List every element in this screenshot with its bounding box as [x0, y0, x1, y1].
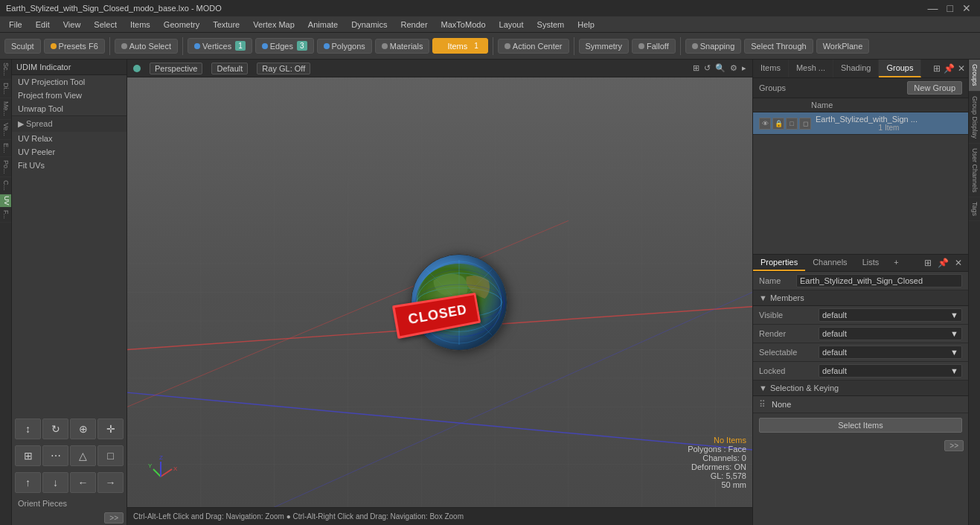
new-group-button[interactable]: New Group [907, 81, 962, 95]
menu-system[interactable]: System [531, 19, 571, 31]
group-extra-btn[interactable]: ◻ [799, 118, 811, 130]
menu-view[interactable]: View [57, 19, 87, 31]
side-label-f[interactable]: F... [0, 207, 11, 223]
icon-arrow-left[interactable]: ← [70, 472, 96, 493]
viewport-icon-zoom[interactable]: 🔍 [715, 63, 726, 73]
expand-button[interactable]: >> [104, 512, 124, 524]
menu-texture[interactable]: Texture [207, 19, 246, 31]
viewport-icon-more[interactable]: ▸ [742, 63, 746, 73]
props-tab-channels[interactable]: Channels [805, 255, 854, 271]
icon-grid[interactable]: ⊞ [15, 445, 41, 466]
side-label-sc[interactable]: Sc... [0, 60, 11, 80]
polygons-button[interactable]: Polygons [317, 39, 372, 54]
group-row[interactable]: 👁 🔒 □ ◻ Earth_Stylized_with_Sign ... 1 I… [753, 112, 968, 135]
vertices-button[interactable]: Vertices 1 [188, 38, 252, 54]
menu-items[interactable]: Items [124, 19, 156, 31]
side-label-me[interactable]: Me... [0, 98, 11, 120]
props-expand-button[interactable]: >> [944, 440, 964, 451]
props-close-icon[interactable]: ✕ [955, 258, 962, 268]
menu-select[interactable]: Select [88, 19, 123, 31]
auto-select-button[interactable]: Auto Select [115, 39, 178, 54]
menu-render[interactable]: Render [395, 19, 434, 31]
materials-button[interactable]: Materials [375, 39, 430, 54]
menu-animate[interactable]: Animate [302, 19, 344, 31]
falloff-button[interactable]: Falloff [632, 39, 676, 54]
select-through-button[interactable]: Select Through [744, 39, 813, 54]
close-btn[interactable]: ✕ [959, 2, 974, 14]
viewport-icon-layout[interactable]: ⊞ [693, 63, 699, 73]
prop-name-input[interactable] [796, 274, 962, 287]
minimize-btn[interactable]: — [925, 2, 941, 14]
icon-move[interactable]: ↕ [15, 419, 41, 439]
viewport-raygl-btn[interactable]: Ray GL: Off [257, 63, 310, 74]
menu-vertexmap[interactable]: Vertex Map [247, 19, 301, 31]
props-tab-add[interactable]: + [886, 255, 906, 271]
snapping-button[interactable]: Snapping [685, 39, 742, 54]
icon-rotate[interactable]: ↻ [42, 419, 68, 439]
right-close-icon[interactable]: ✕ [958, 63, 965, 74]
prop-locked-select[interactable]: default ▼ [819, 364, 962, 378]
maximize-btn[interactable]: □ [944, 2, 956, 14]
menu-file[interactable]: File [3, 19, 28, 31]
side-label-ve[interactable]: Ve... [0, 120, 11, 140]
workplane-button[interactable]: WorkPlane [816, 39, 870, 54]
icon-arrow-up[interactable]: ↑ [15, 472, 41, 493]
tool-fit-uvs[interactable]: Fit UVs [12, 159, 126, 172]
props-tab-lists[interactable]: Lists [855, 255, 887, 271]
action-center-button[interactable]: Action Center [498, 39, 569, 54]
sculpt-button[interactable]: Sculpt [4, 39, 41, 54]
tool-project-from-view[interactable]: Project from View [12, 89, 126, 102]
side-tab-tags[interactable]: Tags [969, 197, 980, 221]
tab-groups[interactable]: Groups [879, 60, 921, 77]
side-label-c[interactable]: C... [0, 177, 11, 194]
menu-help[interactable]: Help [571, 19, 601, 31]
symmetry-button[interactable]: Symmetry [579, 39, 630, 54]
tab-items[interactable]: Items [753, 60, 789, 77]
menu-maxtomodo[interactable]: MaxToModo [435, 19, 492, 31]
icon-dots[interactable]: ⋯ [42, 445, 68, 466]
prop-selectable-select[interactable]: default ▼ [819, 346, 962, 359]
uv-tab[interactable]: UV [0, 194, 11, 207]
viewport-canvas[interactable]: CLOSED X Y Z No Items Polygons : Face Ch… [127, 77, 752, 507]
right-expand-icon[interactable]: ⊞ [933, 63, 941, 74]
section-spread[interactable]: ▶ Spread [12, 115, 126, 132]
props-pin-icon[interactable]: 📌 [938, 258, 949, 268]
group-visible-btn[interactable]: □ [786, 118, 798, 130]
icon-transform[interactable]: ✛ [97, 419, 124, 439]
icon-arrow-right[interactable]: → [97, 472, 124, 493]
icon-tri[interactable]: △ [70, 445, 96, 466]
tool-uv-peeler[interactable]: UV Peeler [12, 145, 126, 159]
tab-mesh[interactable]: Mesh ... [789, 60, 833, 77]
tool-unwrap[interactable]: Unwrap Tool [12, 102, 126, 115]
select-items-button[interactable]: Select Items [759, 418, 962, 433]
viewport-shading-btn[interactable]: Default [211, 63, 248, 74]
side-label-di[interactable]: Di... [0, 80, 11, 98]
prop-visible-select[interactable]: default ▼ [819, 308, 962, 322]
side-label-e[interactable]: E... [0, 140, 11, 157]
items-button[interactable]: Items 1 [432, 38, 487, 54]
group-eye-btn[interactable]: 👁 [759, 118, 771, 130]
menu-layout[interactable]: Layout [493, 19, 530, 31]
tool-uv-relax[interactable]: UV Relax [12, 132, 126, 145]
tool-uv-projection[interactable]: UV Projection Tool [12, 75, 126, 89]
group-lock-btn[interactable]: 🔒 [772, 118, 784, 130]
viewport-mode-btn[interactable]: Perspective [150, 63, 202, 74]
prop-render-select[interactable]: default ▼ [819, 327, 962, 340]
icon-scale[interactable]: ⊕ [70, 419, 96, 439]
side-tab-groups[interactable]: Groups [969, 60, 980, 92]
presets-button[interactable]: Presets F6 [44, 39, 105, 54]
menu-dynamics[interactable]: Dynamics [345, 19, 393, 31]
side-tab-group-display[interactable]: Group Display [969, 92, 980, 144]
side-label-po[interactable]: Po... [0, 157, 11, 178]
menu-edit[interactable]: Edit [30, 19, 56, 31]
menu-geometry[interactable]: Geometry [158, 19, 205, 31]
icon-box[interactable]: □ [97, 445, 124, 466]
tab-shading[interactable]: Shading [833, 60, 879, 77]
right-pin-icon[interactable]: 📌 [944, 63, 955, 74]
icon-arrow-down[interactable]: ↓ [42, 472, 68, 493]
window-controls[interactable]: — □ ✕ [925, 2, 974, 14]
props-expand-icon[interactable]: ⊞ [924, 258, 932, 268]
props-tab-properties[interactable]: Properties [753, 255, 805, 271]
viewport-icon-reset[interactable]: ↺ [704, 63, 711, 73]
viewport[interactable]: Perspective Default Ray GL: Off ⊞ ↺ 🔍 ⚙ … [127, 60, 752, 525]
